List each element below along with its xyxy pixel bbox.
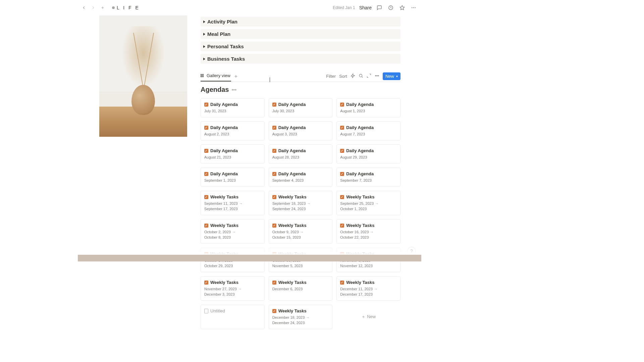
database-title-options[interactable]: ••• <box>231 87 236 93</box>
gallery-card[interactable]: ✓Weekly TasksDecember 6, 2023 <box>269 276 333 301</box>
share-button[interactable]: Share <box>359 5 372 10</box>
card-date: August 7, 2023 <box>340 132 397 136</box>
gallery-card[interactable]: ✓Daily AgendaSeptember 4, 2023 <box>269 168 333 187</box>
card-title: Daily Agenda <box>278 125 306 130</box>
card-date: September 11, 2023→September 17, 2023 <box>204 201 261 211</box>
arrow-right-icon: → <box>375 201 379 205</box>
card-title: Daily Agenda <box>210 171 238 176</box>
gallery-card[interactable]: ✓Daily AgendaSeptember 7, 2023 <box>336 168 400 187</box>
checkbox-icon: ✓ <box>340 172 344 176</box>
checkbox-icon: ✓ <box>340 224 344 228</box>
gallery-card[interactable]: ✓Weekly TasksDecember 18, 2023→December … <box>269 305 333 329</box>
comments-button[interactable] <box>376 4 383 11</box>
favorite-button[interactable] <box>398 4 406 11</box>
card-title: Daily Agenda <box>346 148 374 153</box>
nav-back-button[interactable] <box>80 4 88 12</box>
chevron-down-icon: ▾ <box>396 74 398 78</box>
checkbox-icon: ✓ <box>340 103 344 107</box>
card-date: September 1, 2023 <box>204 178 261 182</box>
gallery-card[interactable]: ✓Daily AgendaJuly 30, 2023 <box>269 98 333 117</box>
view-tab-gallery[interactable]: Gallery view <box>201 71 231 81</box>
new-card-label: New <box>367 314 376 319</box>
checkbox-icon: ✓ <box>204 103 208 107</box>
card-title: Weekly Tasks <box>278 308 307 313</box>
star-icon <box>399 5 405 10</box>
gallery-card[interactable]: ✓Weekly TasksSeptember 25, 2023→October … <box>336 191 400 215</box>
gallery-card[interactable]: ✓Weekly TasksSeptember 11, 2023→Septembe… <box>201 191 265 215</box>
help-button[interactable]: ? <box>407 247 416 255</box>
filter-button[interactable]: Filter <box>326 74 336 79</box>
gallery-card[interactable]: Untitled <box>201 305 265 329</box>
gallery-card[interactable]: ✓Daily AgendaSeptember 1, 2023 <box>201 168 265 187</box>
chevron-right-icon <box>91 5 96 10</box>
triangle-right-icon <box>203 58 205 60</box>
card-date: September 7, 2023 <box>340 178 397 182</box>
card-date: October 9, 2023→October 15, 2023 <box>272 230 329 239</box>
card-date: July 30, 2023 <box>272 109 329 113</box>
add-view-button[interactable]: + <box>233 73 239 79</box>
chevron-left-icon <box>82 5 86 10</box>
gallery-card[interactable]: ✓Weekly TasksOctober 16, 2023→October 22… <box>336 219 400 244</box>
gallery-card[interactable]: ✓Daily AgendaAugust 1, 2023 <box>336 98 400 117</box>
toggle-label: Personal Tasks <box>207 44 244 49</box>
sort-button[interactable]: Sort <box>339 74 347 79</box>
gallery-card[interactable]: ✓Weekly TasksSeptember 18, 2023→Septembe… <box>269 191 333 215</box>
view-tab-label: Gallery view <box>207 73 230 78</box>
card-title: Weekly Tasks <box>210 223 238 228</box>
card-title: Weekly Tasks <box>210 280 238 285</box>
new-button-label: New <box>385 74 394 79</box>
gallery-card[interactable]: ✓Weekly TasksNovember 27, 2023→December … <box>201 276 265 301</box>
checkbox-icon: ✓ <box>272 103 276 107</box>
card-title: Daily Agenda <box>210 102 238 107</box>
checkbox-icon: ✓ <box>340 281 344 285</box>
checkbox-icon: ✓ <box>340 126 344 130</box>
new-card-button[interactable]: ＋New <box>336 305 400 329</box>
gallery-card[interactable]: ✓Daily AgendaAugust 28, 2023 <box>269 144 333 164</box>
ellipsis-icon <box>375 73 379 78</box>
checkbox-icon: ✓ <box>272 195 276 199</box>
nav-forward-button[interactable] <box>89 4 97 12</box>
lightning-icon <box>351 73 355 78</box>
gallery-card[interactable]: ✓Daily AgendaAugust 7, 2023 <box>336 121 400 140</box>
triangle-right-icon <box>203 45 205 48</box>
cover-image <box>99 15 187 137</box>
plus-icon: ＋ <box>361 314 366 320</box>
triangle-right-icon <box>203 20 205 23</box>
toggle-meal-plan[interactable]: Meal Plan <box>201 29 400 39</box>
expand-button[interactable] <box>367 73 371 79</box>
toggle-business-tasks[interactable]: Business Tasks <box>201 54 400 64</box>
new-tab-button[interactable] <box>99 4 107 12</box>
card-title: Daily Agenda <box>210 125 238 130</box>
breadcrumb[interactable]: L I F E <box>110 4 142 11</box>
more-button[interactable] <box>410 4 417 11</box>
database-title[interactable]: Agendas <box>201 86 229 94</box>
last-edited: Edited Jan 1 <box>333 5 355 10</box>
card-date: October 16, 2023→October 22, 2023 <box>340 230 397 239</box>
gallery-card[interactable]: ✓Daily AgendaAugust 21, 2023 <box>201 144 265 164</box>
gallery-card[interactable]: ✓Daily AgendaAugust 3, 2023 <box>269 121 333 140</box>
arrow-right-icon: → <box>307 201 311 205</box>
automations-button[interactable] <box>351 73 355 79</box>
gallery-card[interactable]: ✓Daily AgendaAugust 2, 2023 <box>201 121 265 140</box>
arrow-right-icon: → <box>232 230 236 234</box>
gallery-card[interactable]: ✓Weekly TasksOctober 9, 2023→October 15,… <box>269 219 333 244</box>
card-title: Weekly Tasks <box>346 194 374 199</box>
new-button[interactable]: New ▾ <box>383 72 400 80</box>
svg-marker-3 <box>400 5 404 10</box>
svg-point-6 <box>415 7 415 8</box>
checkbox-icon: ✓ <box>340 149 344 153</box>
updates-button[interactable] <box>387 4 394 11</box>
card-title: Weekly Tasks <box>210 194 238 199</box>
gallery-card[interactable]: ✓Weekly TasksDecember 11, 2023→December … <box>336 276 400 301</box>
view-options-button[interactable] <box>375 73 379 79</box>
toggle-personal-tasks[interactable]: Personal Tasks <box>201 42 400 51</box>
arrow-right-icon: → <box>238 287 242 291</box>
database-toolbar: Gallery view + Filter Sort <box>201 71 400 82</box>
checkbox-icon: ✓ <box>272 172 276 176</box>
search-button[interactable] <box>359 73 363 79</box>
gallery-card[interactable]: ✓Daily AgendaAugust 29, 2023 <box>336 144 400 164</box>
toggle-activity-plan[interactable]: Activity Plan <box>201 17 400 26</box>
gallery-card[interactable]: ✓Daily AgendaJuly 31, 2023 <box>201 98 265 117</box>
gallery-card[interactable]: ✓Weekly TasksOctober 2, 2023→October 8, … <box>201 219 265 244</box>
arrow-right-icon: → <box>300 230 304 234</box>
